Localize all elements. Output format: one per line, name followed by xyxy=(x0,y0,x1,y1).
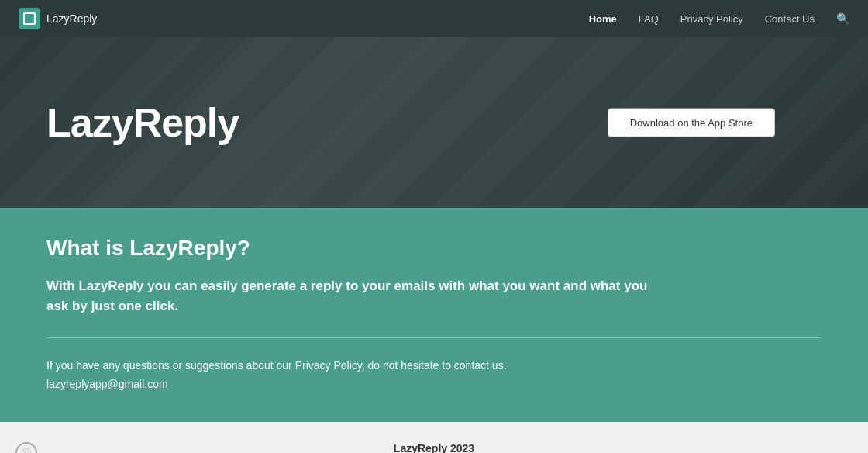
brand-logo[interactable]: LazyReply xyxy=(19,8,97,29)
nav-link-faq[interactable]: FAQ xyxy=(639,13,659,25)
logo-box xyxy=(19,8,40,29)
cta-container: Download on the App Store xyxy=(608,109,775,137)
hero-title: LazyReply xyxy=(46,99,239,146)
section-title: What is LazyReply? xyxy=(46,236,822,261)
hero-section: LazyReply Download on the App Store xyxy=(0,37,868,208)
footer-copyright: LazyReply 2023 xyxy=(394,442,474,453)
section-divider xyxy=(46,337,822,338)
logo-icon xyxy=(23,12,36,25)
nav-links: Home FAQ Privacy Policy Contact Us 🔍 xyxy=(589,12,849,25)
nav-link-contact[interactable]: Contact Us xyxy=(765,13,815,25)
nav-link-privacy[interactable]: Privacy Policy xyxy=(680,13,743,25)
content-section: What is LazyReply? With LazyReply you ca… xyxy=(0,208,868,422)
nav-link-home[interactable]: Home xyxy=(589,13,617,25)
footer: Ⓒ LazyReply 2023 xyxy=(0,422,868,453)
section-description: With LazyReply you can easily generate a… xyxy=(46,276,651,316)
search-icon[interactable]: 🔍 xyxy=(836,12,849,25)
app-store-button[interactable]: Download on the App Store xyxy=(608,109,775,137)
footer-icon: Ⓒ xyxy=(16,442,37,453)
contact-email-link[interactable]: lazyreplyapp@gmail.com xyxy=(46,378,168,390)
navbar: LazyReply Home FAQ Privacy Policy Contac… xyxy=(0,0,868,37)
brand-name: LazyReply xyxy=(46,12,97,25)
contact-text: If you have any questions or suggestions… xyxy=(46,357,822,374)
